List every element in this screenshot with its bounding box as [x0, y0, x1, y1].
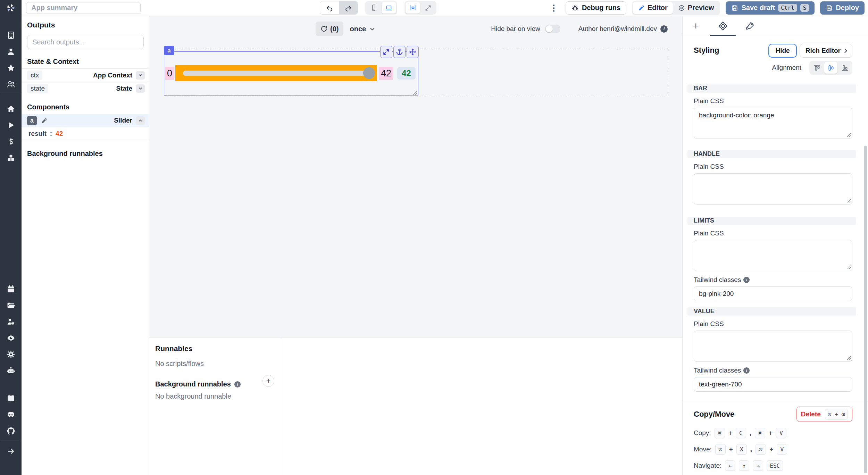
folders-icon[interactable]	[6, 300, 16, 310]
info-icon[interactable]: i	[743, 367, 750, 374]
component-type-label: Slider	[114, 117, 132, 124]
tab-insert-component[interactable]: +	[690, 16, 701, 36]
more-options-kebab-icon[interactable]: ⋮	[548, 3, 560, 13]
recompute-mode-dropdown[interactable]: once	[350, 25, 375, 33]
tab-preview[interactable]: Preview	[673, 2, 719, 14]
plain-css-label: Plain CSS	[694, 230, 852, 237]
kbd-cmd: ⌘	[756, 444, 766, 455]
chevron-up-icon[interactable]	[136, 116, 145, 125]
bar-plain-css-textarea[interactable]: background-color: orange	[694, 108, 852, 139]
plain-css-label: Plain CSS	[694, 320, 852, 328]
slider-widget: 0 42 42	[165, 65, 416, 81]
info-icon[interactable]: i	[743, 277, 750, 283]
textarea-resize-icon[interactable]	[846, 356, 851, 360]
panel-scrollbar[interactable]	[864, 146, 867, 473]
usage-dollar-icon[interactable]	[6, 136, 16, 147]
add-background-runnable-button[interactable]: +	[262, 375, 274, 387]
align-center-button[interactable]	[824, 62, 837, 74]
settings-gear-icon[interactable]	[6, 349, 16, 359]
hide-styling-button[interactable]: Hide	[768, 44, 796, 58]
full-width-button[interactable]	[421, 2, 435, 14]
textarea-resize-icon[interactable]	[846, 133, 851, 137]
anchor-component-button[interactable]	[393, 46, 406, 58]
move-component-button[interactable]	[407, 46, 419, 58]
delete-component-button[interactable]: Delete ⌘ + ⌫	[796, 407, 852, 422]
tab-styling-brush[interactable]	[744, 16, 756, 36]
kbd-esc: ESC	[767, 460, 783, 471]
groups-users-icon[interactable]	[6, 79, 16, 89]
redo-button[interactable]	[339, 1, 358, 14]
handle-plain-css-textarea[interactable]	[694, 173, 852, 205]
debug-runs-button[interactable]: Debug runs	[566, 1, 626, 15]
expand-component-button[interactable]	[380, 46, 392, 58]
tab-editor[interactable]: Editor	[633, 2, 673, 14]
limits-plain-css-textarea[interactable]	[694, 240, 852, 271]
runs-play-icon[interactable]	[6, 120, 16, 130]
discord-icon[interactable]	[6, 409, 16, 420]
result-key: result	[28, 130, 47, 138]
value-tailwind-input[interactable]	[694, 377, 852, 392]
github-icon[interactable]	[6, 426, 16, 436]
windmill-logo-icon[interactable]	[0, 0, 22, 16]
align-top-button[interactable]	[810, 62, 824, 74]
user-icon[interactable]	[6, 46, 16, 57]
info-icon[interactable]: i	[660, 25, 668, 33]
save-draft-button[interactable]: Save draft Ctrl S	[726, 1, 815, 15]
kbd-cmd: ⌘	[715, 428, 725, 438]
home-icon[interactable]	[6, 103, 16, 114]
search-outputs-input[interactable]	[27, 35, 144, 49]
canvas-toolbar-center	[320, 1, 436, 15]
section-header-limits: LIMITS	[687, 217, 856, 225]
component-settings-panel: + Styling	[682, 16, 868, 475]
schedules-calendar-icon[interactable]	[6, 284, 16, 294]
textarea-resize-icon[interactable]	[846, 198, 851, 202]
center-content-button[interactable]	[406, 2, 420, 14]
info-icon[interactable]: i	[234, 381, 241, 388]
edit-pencil-icon[interactable]	[41, 117, 48, 124]
limits-tailwind-input[interactable]	[694, 286, 852, 301]
undo-button[interactable]	[320, 1, 339, 14]
favorites-star-icon[interactable]	[6, 62, 16, 73]
selected-slider-component[interactable]: a 0	[164, 51, 418, 96]
textarea-resize-icon[interactable]	[846, 265, 851, 269]
align-bottom-button[interactable]	[838, 62, 851, 74]
component-row-a[interactable]: a Slider	[22, 114, 149, 127]
chevron-down-icon[interactable]	[136, 84, 145, 93]
components-diamonds-icon	[718, 22, 727, 31]
resize-handle-icon[interactable]	[412, 91, 417, 95]
collapse-arrow-right-icon[interactable]	[6, 446, 16, 456]
styling-title: Styling	[694, 44, 719, 55]
kbd-cmd: ⌘	[755, 428, 765, 438]
kbd-c: C	[736, 428, 746, 438]
app-canvas[interactable]: (0) once Hide bar on view	[149, 16, 682, 337]
mobile-view-button[interactable]	[366, 2, 381, 14]
resources-cubes-icon[interactable]	[6, 152, 16, 163]
rich-editor-button[interactable]: Rich Editor	[800, 44, 852, 58]
tab-component-settings[interactable]	[717, 16, 728, 36]
value-plain-css-textarea[interactable]	[694, 331, 852, 362]
ai-bot-icon[interactable]	[6, 365, 16, 376]
slider-track[interactable]	[183, 70, 374, 76]
workspace-building-icon[interactable]	[6, 30, 16, 40]
bug-icon	[571, 4, 579, 11]
recompute-button[interactable]: (0)	[316, 22, 343, 36]
chevron-down-icon[interactable]	[136, 71, 145, 80]
windmill-app-editor: ⋮ Debug runs Editor Preview	[0, 0, 868, 475]
align-center-icon	[827, 64, 835, 72]
hide-bar-toggle[interactable]	[545, 25, 560, 33]
audit-eye-icon[interactable]	[6, 333, 16, 343]
kbd-cmd: ⌘	[715, 444, 726, 455]
app-summary-input[interactable]	[26, 2, 141, 14]
slider-bar[interactable]	[175, 65, 377, 81]
deploy-save-icon	[826, 5, 833, 11]
workers-cog-icon[interactable]	[6, 316, 16, 327]
slider-handle[interactable]	[363, 67, 375, 79]
docs-book-icon[interactable]	[6, 393, 16, 403]
deploy-button[interactable]: Deploy	[820, 1, 865, 15]
result-row[interactable]: result : 42	[22, 127, 149, 141]
desktop-view-button[interactable]	[382, 2, 396, 14]
output-row-ctx[interactable]: ctx App Context	[22, 68, 149, 82]
align-bottom-icon	[841, 64, 849, 72]
slider-value-badge: 42	[397, 67, 416, 80]
output-row-state[interactable]: state State	[22, 82, 149, 95]
